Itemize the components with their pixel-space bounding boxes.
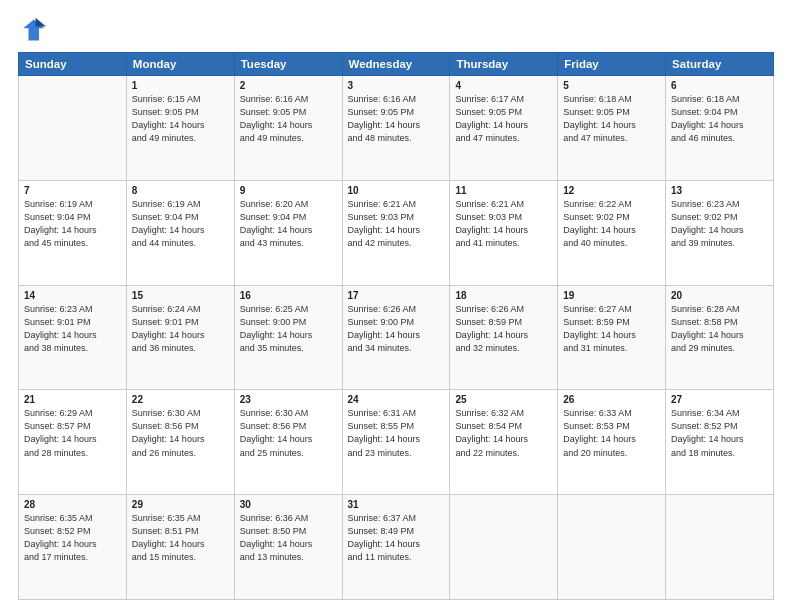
calendar-week-5: 28Sunrise: 6:35 AM Sunset: 8:52 PM Dayli… [19, 495, 774, 600]
calendar-cell: 17Sunrise: 6:26 AM Sunset: 9:00 PM Dayli… [342, 285, 450, 390]
calendar-cell: 3Sunrise: 6:16 AM Sunset: 9:05 PM Daylig… [342, 76, 450, 181]
day-info: Sunrise: 6:28 AM Sunset: 8:58 PM Dayligh… [671, 303, 768, 355]
day-info: Sunrise: 6:35 AM Sunset: 8:51 PM Dayligh… [132, 512, 229, 564]
calendar-cell: 31Sunrise: 6:37 AM Sunset: 8:49 PM Dayli… [342, 495, 450, 600]
header [18, 16, 774, 44]
day-info: Sunrise: 6:15 AM Sunset: 9:05 PM Dayligh… [132, 93, 229, 145]
day-number: 12 [563, 185, 660, 196]
calendar-header: SundayMondayTuesdayWednesdayThursdayFrid… [19, 53, 774, 76]
calendar: SundayMondayTuesdayWednesdayThursdayFrid… [18, 52, 774, 600]
day-number: 15 [132, 290, 229, 301]
calendar-week-3: 14Sunrise: 6:23 AM Sunset: 9:01 PM Dayli… [19, 285, 774, 390]
calendar-cell: 21Sunrise: 6:29 AM Sunset: 8:57 PM Dayli… [19, 390, 127, 495]
calendar-cell [19, 76, 127, 181]
day-number: 18 [455, 290, 552, 301]
day-number: 25 [455, 394, 552, 405]
page: SundayMondayTuesdayWednesdayThursdayFrid… [0, 0, 792, 612]
day-info: Sunrise: 6:30 AM Sunset: 8:56 PM Dayligh… [132, 407, 229, 459]
day-number: 30 [240, 499, 337, 510]
calendar-cell: 18Sunrise: 6:26 AM Sunset: 8:59 PM Dayli… [450, 285, 558, 390]
calendar-cell: 24Sunrise: 6:31 AM Sunset: 8:55 PM Dayli… [342, 390, 450, 495]
calendar-cell: 7Sunrise: 6:19 AM Sunset: 9:04 PM Daylig… [19, 180, 127, 285]
calendar-cell: 4Sunrise: 6:17 AM Sunset: 9:05 PM Daylig… [450, 76, 558, 181]
day-number: 7 [24, 185, 121, 196]
day-info: Sunrise: 6:16 AM Sunset: 9:05 PM Dayligh… [240, 93, 337, 145]
calendar-cell: 11Sunrise: 6:21 AM Sunset: 9:03 PM Dayli… [450, 180, 558, 285]
day-number: 5 [563, 80, 660, 91]
day-info: Sunrise: 6:19 AM Sunset: 9:04 PM Dayligh… [24, 198, 121, 250]
weekday-header-friday: Friday [558, 53, 666, 76]
day-number: 19 [563, 290, 660, 301]
day-number: 21 [24, 394, 121, 405]
calendar-cell: 19Sunrise: 6:27 AM Sunset: 8:59 PM Dayli… [558, 285, 666, 390]
weekday-header-thursday: Thursday [450, 53, 558, 76]
calendar-cell: 6Sunrise: 6:18 AM Sunset: 9:04 PM Daylig… [666, 76, 774, 181]
day-number: 8 [132, 185, 229, 196]
calendar-cell: 5Sunrise: 6:18 AM Sunset: 9:05 PM Daylig… [558, 76, 666, 181]
calendar-cell: 2Sunrise: 6:16 AM Sunset: 9:05 PM Daylig… [234, 76, 342, 181]
day-info: Sunrise: 6:18 AM Sunset: 9:04 PM Dayligh… [671, 93, 768, 145]
calendar-cell: 29Sunrise: 6:35 AM Sunset: 8:51 PM Dayli… [126, 495, 234, 600]
calendar-week-1: 1Sunrise: 6:15 AM Sunset: 9:05 PM Daylig… [19, 76, 774, 181]
day-number: 27 [671, 394, 768, 405]
calendar-cell: 15Sunrise: 6:24 AM Sunset: 9:01 PM Dayli… [126, 285, 234, 390]
day-number: 23 [240, 394, 337, 405]
calendar-cell: 1Sunrise: 6:15 AM Sunset: 9:05 PM Daylig… [126, 76, 234, 181]
weekday-row: SundayMondayTuesdayWednesdayThursdayFrid… [19, 53, 774, 76]
calendar-cell: 26Sunrise: 6:33 AM Sunset: 8:53 PM Dayli… [558, 390, 666, 495]
calendar-cell: 25Sunrise: 6:32 AM Sunset: 8:54 PM Dayli… [450, 390, 558, 495]
day-number: 29 [132, 499, 229, 510]
day-number: 2 [240, 80, 337, 91]
day-info: Sunrise: 6:32 AM Sunset: 8:54 PM Dayligh… [455, 407, 552, 459]
logo-icon [18, 16, 46, 44]
day-number: 20 [671, 290, 768, 301]
calendar-cell: 23Sunrise: 6:30 AM Sunset: 8:56 PM Dayli… [234, 390, 342, 495]
calendar-cell: 20Sunrise: 6:28 AM Sunset: 8:58 PM Dayli… [666, 285, 774, 390]
day-info: Sunrise: 6:18 AM Sunset: 9:05 PM Dayligh… [563, 93, 660, 145]
logo [18, 16, 50, 44]
day-info: Sunrise: 6:21 AM Sunset: 9:03 PM Dayligh… [455, 198, 552, 250]
calendar-cell [558, 495, 666, 600]
day-number: 11 [455, 185, 552, 196]
calendar-week-4: 21Sunrise: 6:29 AM Sunset: 8:57 PM Dayli… [19, 390, 774, 495]
day-number: 16 [240, 290, 337, 301]
day-number: 26 [563, 394, 660, 405]
calendar-body: 1Sunrise: 6:15 AM Sunset: 9:05 PM Daylig… [19, 76, 774, 600]
calendar-cell: 22Sunrise: 6:30 AM Sunset: 8:56 PM Dayli… [126, 390, 234, 495]
weekday-header-saturday: Saturday [666, 53, 774, 76]
day-info: Sunrise: 6:29 AM Sunset: 8:57 PM Dayligh… [24, 407, 121, 459]
day-info: Sunrise: 6:21 AM Sunset: 9:03 PM Dayligh… [348, 198, 445, 250]
day-info: Sunrise: 6:33 AM Sunset: 8:53 PM Dayligh… [563, 407, 660, 459]
calendar-table: SundayMondayTuesdayWednesdayThursdayFrid… [18, 52, 774, 600]
day-number: 13 [671, 185, 768, 196]
day-number: 10 [348, 185, 445, 196]
day-info: Sunrise: 6:16 AM Sunset: 9:05 PM Dayligh… [348, 93, 445, 145]
day-info: Sunrise: 6:30 AM Sunset: 8:56 PM Dayligh… [240, 407, 337, 459]
day-info: Sunrise: 6:23 AM Sunset: 9:01 PM Dayligh… [24, 303, 121, 355]
day-info: Sunrise: 6:24 AM Sunset: 9:01 PM Dayligh… [132, 303, 229, 355]
day-info: Sunrise: 6:35 AM Sunset: 8:52 PM Dayligh… [24, 512, 121, 564]
calendar-cell: 14Sunrise: 6:23 AM Sunset: 9:01 PM Dayli… [19, 285, 127, 390]
day-info: Sunrise: 6:26 AM Sunset: 9:00 PM Dayligh… [348, 303, 445, 355]
calendar-cell: 8Sunrise: 6:19 AM Sunset: 9:04 PM Daylig… [126, 180, 234, 285]
day-number: 6 [671, 80, 768, 91]
calendar-cell: 12Sunrise: 6:22 AM Sunset: 9:02 PM Dayli… [558, 180, 666, 285]
calendar-cell [666, 495, 774, 600]
day-number: 9 [240, 185, 337, 196]
weekday-header-monday: Monday [126, 53, 234, 76]
day-info: Sunrise: 6:19 AM Sunset: 9:04 PM Dayligh… [132, 198, 229, 250]
day-number: 17 [348, 290, 445, 301]
calendar-cell: 10Sunrise: 6:21 AM Sunset: 9:03 PM Dayli… [342, 180, 450, 285]
day-number: 1 [132, 80, 229, 91]
calendar-cell: 28Sunrise: 6:35 AM Sunset: 8:52 PM Dayli… [19, 495, 127, 600]
day-info: Sunrise: 6:17 AM Sunset: 9:05 PM Dayligh… [455, 93, 552, 145]
day-number: 24 [348, 394, 445, 405]
calendar-cell: 13Sunrise: 6:23 AM Sunset: 9:02 PM Dayli… [666, 180, 774, 285]
calendar-cell: 30Sunrise: 6:36 AM Sunset: 8:50 PM Dayli… [234, 495, 342, 600]
day-number: 3 [348, 80, 445, 91]
day-info: Sunrise: 6:34 AM Sunset: 8:52 PM Dayligh… [671, 407, 768, 459]
weekday-header-sunday: Sunday [19, 53, 127, 76]
day-info: Sunrise: 6:26 AM Sunset: 8:59 PM Dayligh… [455, 303, 552, 355]
calendar-cell: 27Sunrise: 6:34 AM Sunset: 8:52 PM Dayli… [666, 390, 774, 495]
calendar-cell: 16Sunrise: 6:25 AM Sunset: 9:00 PM Dayli… [234, 285, 342, 390]
